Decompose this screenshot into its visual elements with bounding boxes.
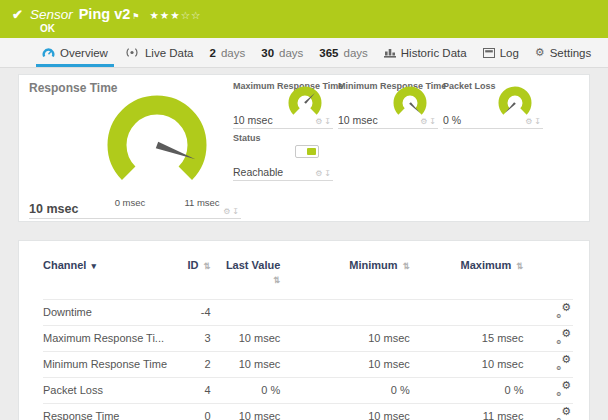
channel-settings-icon[interactable]: ⚙⚙	[556, 409, 571, 420]
sort-icon[interactable]: ⇅	[204, 261, 211, 271]
table-header-row: Channel ▾ ID ⇅ Last Value ⇅ Minimum ⇅ Ma…	[43, 253, 573, 299]
table-row[interactable]: Packet Loss40 %0 %0 %⚙⚙	[43, 377, 573, 403]
sensor-title: Ping v2	[79, 6, 131, 22]
tab-365-days[interactable]: 365days	[311, 38, 375, 67]
minimum-response-time-value: 10 msec	[338, 114, 378, 126]
channel-settings-icon[interactable]: ⚙⚙	[556, 357, 571, 370]
column-header-maximum[interactable]: Maximum ⇅	[410, 253, 524, 299]
packet-loss-value: 0 %	[443, 114, 461, 126]
log-icon	[483, 48, 495, 58]
channel-settings-icon[interactable]: ⚙⚙	[556, 305, 571, 318]
sort-icon[interactable]: ⇅	[516, 261, 523, 271]
cell-id: 2	[167, 351, 211, 377]
column-header-id[interactable]: ID ⇅	[167, 253, 211, 299]
live-icon	[124, 47, 140, 58]
cell-channel: Maximum Response Ti...	[43, 325, 167, 351]
cell-id: 4	[167, 377, 211, 403]
tab-number: 365	[319, 47, 338, 59]
cell-actions: ⚙⚙	[523, 377, 573, 403]
cell-channel: Minimum Response Time	[43, 351, 167, 377]
cell-min	[280, 299, 409, 325]
column-header-actions	[523, 253, 573, 299]
object-type-label: Sensor	[30, 7, 73, 22]
flag-icon[interactable]: ⚑	[132, 12, 139, 21]
cell-max: 15 msec	[410, 325, 524, 351]
gear-icon: ⚙	[535, 47, 545, 58]
tab-log[interactable]: Log	[475, 38, 527, 67]
cell-last: 0 %	[211, 377, 281, 403]
cell-id: 0	[167, 403, 211, 420]
status-toggle	[295, 145, 319, 158]
priority-stars[interactable]: ★★★☆☆	[149, 9, 201, 21]
gear-icon[interactable]: ⚙	[315, 117, 324, 126]
tab-historic-data[interactable]: Historic Data	[376, 38, 475, 67]
response-time-gauge	[101, 93, 213, 197]
cell-actions: ⚙⚙	[523, 351, 573, 377]
tab-30-days[interactable]: 30days	[253, 38, 311, 67]
cell-max: 10 msec	[410, 351, 524, 377]
channel-settings-icon[interactable]: ⚙⚙	[556, 383, 571, 396]
cell-actions: ⚙⚙	[523, 403, 573, 420]
overview-gauges-card: Response Time 0 msec 11 msec 10 msec ⚙↧ …	[18, 74, 590, 222]
column-label: Minimum	[349, 259, 397, 271]
cell-min: 10 msec	[280, 351, 409, 377]
gauge-icon	[42, 47, 55, 58]
status-value: Reachable	[233, 166, 283, 178]
tab-number: 30	[261, 47, 274, 59]
pin-icon[interactable]: ↧	[324, 117, 333, 126]
gear-icon[interactable]: ⚙	[315, 169, 324, 178]
cell-last: 10 msec	[211, 351, 281, 377]
tab-live-data[interactable]: Live Data	[116, 38, 202, 67]
minimum-response-time-panel: Minimum Response Time 10 msec ⚙↧	[338, 81, 438, 129]
cell-min: 0 %	[280, 377, 409, 403]
stars-empty: ☆☆	[181, 9, 202, 21]
response-time-value: 10 msec	[29, 202, 78, 216]
channel-settings-icon[interactable]: ⚙⚙	[556, 331, 571, 344]
tab-label: days	[221, 47, 245, 59]
column-header-channel[interactable]: Channel ▾	[43, 253, 167, 299]
channel-table-body: Downtime-4⚙⚙Maximum Response Ti...310 ms…	[43, 299, 573, 420]
tab-2-days[interactable]: 2days	[202, 38, 254, 67]
cell-last: 10 msec	[211, 325, 281, 351]
cell-id: -4	[167, 299, 211, 325]
stars-filled: ★★★	[149, 9, 180, 21]
sort-icon[interactable]: ⇅	[273, 275, 280, 285]
cell-id: 3	[167, 325, 211, 351]
gear-icon[interactable]: ⚙	[223, 207, 232, 216]
pin-icon[interactable]: ↧	[534, 117, 543, 126]
cell-channel: Packet Loss	[43, 377, 167, 403]
tab-label: Live Data	[145, 47, 194, 59]
status-panel: Status Reachable ⚙↧	[233, 133, 333, 181]
cell-actions: ⚙⚙	[523, 299, 573, 325]
chart-icon	[384, 47, 396, 58]
sort-icon[interactable]: ⇅	[403, 261, 410, 271]
tab-settings[interactable]: ⚙Settings	[527, 38, 599, 67]
sort-desc-icon[interactable]: ▾	[91, 261, 96, 271]
ok-check-icon: ✔	[12, 7, 23, 22]
table-row[interactable]: Downtime-4⚙⚙	[43, 299, 573, 325]
column-header-last-value[interactable]: Last Value ⇅	[211, 253, 281, 299]
pin-icon[interactable]: ↧	[324, 169, 333, 178]
table-row[interactable]: Response Time010 msec10 msec11 msec⚙⚙	[43, 403, 573, 420]
tab-overview[interactable]: Overview	[34, 38, 116, 67]
cell-max: 11 msec	[410, 403, 524, 420]
pin-icon[interactable]: ↧	[232, 207, 241, 216]
channel-table-card: Channel ▾ ID ⇅ Last Value ⇅ Minimum ⇅ Ma…	[18, 240, 590, 420]
tab-label: Settings	[550, 47, 592, 59]
tab-number: 2	[210, 47, 216, 59]
pin-icon[interactable]: ↧	[429, 117, 438, 126]
column-header-minimum[interactable]: Minimum ⇅	[280, 253, 409, 299]
cell-min: 10 msec	[280, 403, 409, 420]
cell-actions: ⚙⚙	[523, 325, 573, 351]
tab-bar: OverviewLive Data2days30days365daysHisto…	[0, 38, 608, 68]
sensor-header: ✔ Sensor Ping v2 ⚑ ★★★☆☆ OK	[0, 0, 608, 38]
cell-max	[410, 299, 524, 325]
gear-icon[interactable]: ⚙	[420, 117, 429, 126]
gear-icon[interactable]: ⚙	[525, 117, 534, 126]
table-row[interactable]: Minimum Response Time210 msec10 msec10 m…	[43, 351, 573, 377]
tab-label: Log	[500, 47, 519, 59]
table-row[interactable]: Maximum Response Ti...310 msec10 msec15 …	[43, 325, 573, 351]
channel-table: Channel ▾ ID ⇅ Last Value ⇅ Minimum ⇅ Ma…	[43, 253, 573, 420]
response-time-panel: Response Time 0 msec 11 msec 10 msec ⚙↧	[29, 81, 241, 219]
cell-channel: Downtime	[43, 299, 167, 325]
